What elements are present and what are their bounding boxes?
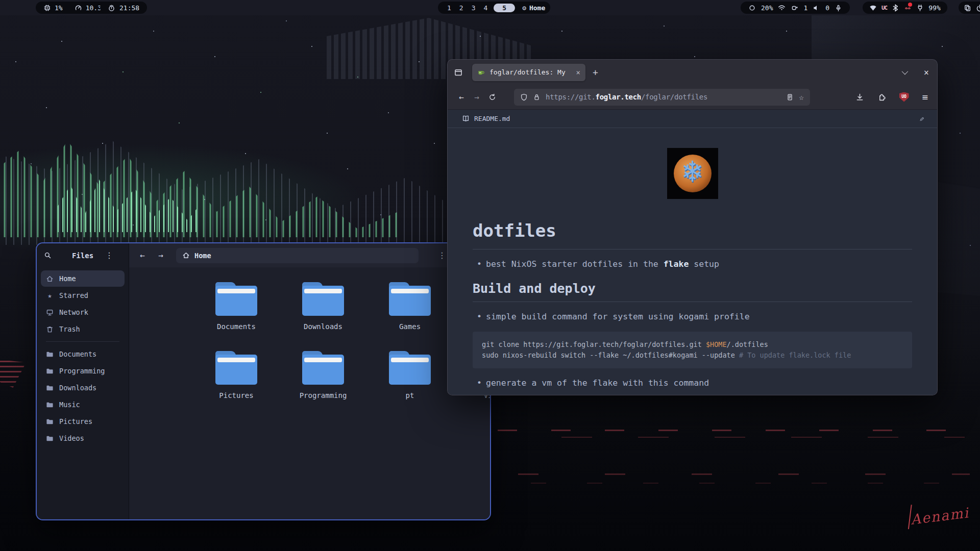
folder-item-documents[interactable]: Documents [198,282,275,331]
workspace-4[interactable]: 4 [479,4,492,12]
firefox-view-button[interactable] [454,68,463,77]
gitea-favicon [477,68,485,76]
files-window: Files ⋮ Home ★ Starred Network Trash [36,242,491,520]
readme-content: ❄ dotfiles best NixOS starter dotfiles i… [448,128,937,395]
power-plug-icon[interactable] [916,4,924,12]
readme-header: README.md ✎ [448,110,937,128]
browser-tab-active[interactable]: foglar/dotfiles: My × [472,64,585,81]
reload-icon [488,93,496,101]
firefox-window: foglar/dotfiles: My × + × ← → https://gi… [447,59,938,395]
folder-icon [46,384,54,392]
downloads-icon[interactable] [855,93,864,102]
breadcrumb[interactable]: Home [176,248,419,263]
search-icon[interactable] [44,252,52,259]
sidebar-item-label: Programming [59,367,105,375]
sidebar-item-label: Home [59,274,76,283]
folder-item-downloads[interactable]: Downloads [285,282,361,331]
bullet-text: setup [689,259,719,269]
readme-bullet: best NixOS starter dotfiles in the flake… [473,259,912,269]
window-menu-button[interactable]: ⋮ [438,251,446,260]
tab-close-button[interactable]: × [576,68,580,77]
browser-forward-button[interactable]: → [469,89,484,105]
readme-title: dotfiles [473,220,912,241]
nixos-snowflake-icon: ❄ [683,155,702,187]
url-bar[interactable]: https://git.foglar.tech/foglar/dotfiles … [514,89,810,106]
wifi-icon[interactable] [778,4,786,12]
divider [473,249,912,249]
sidebar-item-label: Music [59,400,80,409]
lock-icon [533,93,541,101]
list-tabs-chevron-icon[interactable] [901,68,908,75]
gitea-page: README.md ✎ ❄ dotfiles best NixOS starte… [448,110,937,395]
home-icon [182,252,190,259]
home-icon [46,275,54,283]
code-text: sudo nixos-rebuild switch --flake ~/.dot… [482,351,739,359]
folder-item-pictures[interactable]: Pictures [198,351,275,399]
sidebar-item-downloads[interactable]: Downloads [41,380,125,396]
reload-button[interactable] [484,89,500,105]
folder-item-games[interactable]: Games [372,282,448,331]
uc-applet-icon[interactable]: UC [881,5,887,11]
nav-bar-actions: UO ≡ [855,91,928,103]
bluetooth-icon[interactable] [892,4,899,12]
workspace-2[interactable]: 2 [455,4,468,12]
folder-icon [46,350,54,358]
back-button[interactable]: ← [135,248,150,263]
ublock-origin-icon[interactable]: UO [899,92,909,102]
reader-mode-icon[interactable] [786,93,794,101]
brightness-icon[interactable] [748,4,756,12]
forward-button[interactable]: → [154,248,168,263]
clock-widget[interactable]: 21:58 [100,2,147,14]
files-grid: Documents Downloads Games Music Pictures… [129,267,490,519]
device-battery-icon[interactable] [791,4,798,12]
workspace-3[interactable]: 3 [468,4,480,12]
sidebar-item-videos[interactable]: Videos [41,430,125,446]
mode-label[interactable]: Home [529,4,545,12]
url-text[interactable]: https://git.foglar.tech/foglar/dotfiles [546,93,781,101]
recording-dot [908,3,912,7]
new-tab-button[interactable]: + [593,67,598,78]
folder-item-programming[interactable]: Programming [285,351,361,399]
folder-icon [302,351,344,385]
trash-icon [46,325,54,333]
sidebar-item-label: Network [59,308,88,316]
wifi-signal-icon[interactable] [869,4,877,12]
code-text: git clone https://git.foglar.tech/foglar… [482,340,706,348]
sidebar-item-home[interactable]: Home [41,270,125,287]
edit-pencil-icon[interactable]: ✎ [920,115,924,123]
power-icon[interactable] [976,4,980,12]
nixos-logo-image: ❄ [667,148,718,199]
sidebar-item-label: Trash [59,325,80,333]
folder-item-pt[interactable]: pt [372,351,448,399]
status-bar: 1% 10.31GB 21:58 1 2 3 4 5 ⚙ Home 20% 1 … [0,0,980,15]
readme-filename[interactable]: README.md [474,115,510,122]
window-close-button[interactable]: × [924,67,929,78]
sidebar-item-starred[interactable]: ★ Starred [41,287,125,304]
url-path: /foglar/dotfiles [641,93,707,101]
divider [473,302,912,302]
hardware-tray-widget: 20% 1 0 [741,2,850,14]
clipboard-icon[interactable] [964,4,971,12]
sidebar-item-pictures[interactable]: Pictures [41,413,125,430]
code-block-build[interactable]: git clone https://git.foglar.tech/foglar… [473,332,912,368]
browser-back-button[interactable]: ← [454,89,469,105]
extensions-puzzle-icon[interactable] [877,93,886,102]
workspace-1[interactable]: 1 [443,4,455,12]
sidebar-item-documents[interactable]: Documents [41,346,125,362]
sidebar-item-label: Starred [59,291,88,299]
sidebar-item-trash[interactable]: Trash [41,321,125,337]
bookmark-star-icon[interactable]: ☆ [799,92,804,102]
sidebar-item-music[interactable]: Music [41,396,125,413]
speaker-icon[interactable] [813,4,820,12]
sidebar-item-network[interactable]: Network [41,304,125,320]
hamburger-menu-icon[interactable]: ≡ [922,91,928,103]
workspaces-widget: 1 2 3 4 5 ⚙ Home [438,2,550,14]
clock-icon [108,4,115,12]
microphone-icon[interactable] [835,4,842,12]
firefox-tab-bar: foglar/dotfiles: My × + × [448,60,937,85]
recorder-applet-icon[interactable] [904,4,912,12]
sidebar-item-programming[interactable]: Programming [41,363,125,379]
sidebar-menu-button[interactable]: ⋮ [105,251,113,260]
tracking-shield-icon[interactable] [520,93,528,101]
workspace-5-active[interactable]: 5 [494,4,515,12]
